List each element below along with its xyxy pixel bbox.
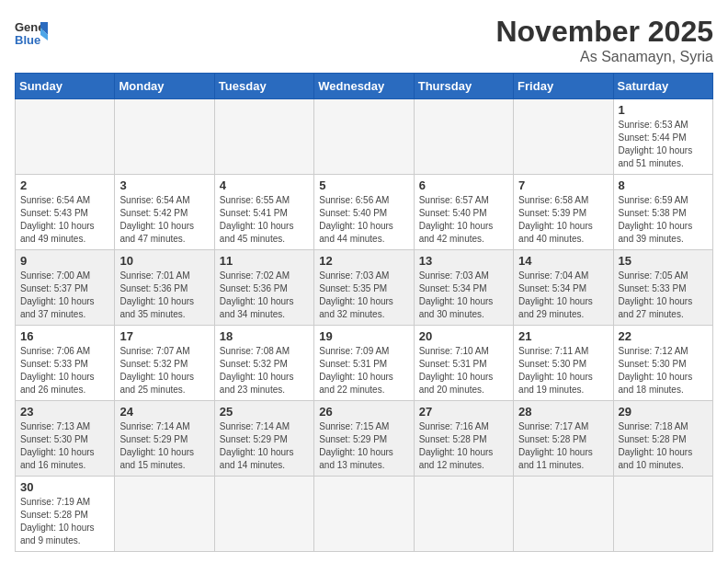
day-info: Sunrise: 7:03 AMSunset: 5:34 PMDaylight:… [419, 270, 508, 321]
table-row: 7Sunrise: 6:58 AMSunset: 5:39 PMDaylight… [514, 175, 613, 250]
table-row: 1Sunrise: 6:53 AMSunset: 5:44 PMDaylight… [613, 99, 712, 175]
day-info: Sunrise: 7:18 AMSunset: 5:28 PMDaylight:… [619, 420, 708, 472]
table-row: 14Sunrise: 7:04 AMSunset: 5:34 PMDayligh… [514, 250, 613, 326]
day-info: Sunrise: 7:11 AMSunset: 5:30 PMDaylight:… [518, 345, 608, 396]
day-info: Sunrise: 7:09 AMSunset: 5:31 PMDaylight:… [319, 345, 408, 396]
day-info: Sunrise: 7:00 AMSunset: 5:37 PMDaylight:… [20, 270, 109, 321]
day-number: 22 [619, 329, 708, 343]
day-info: Sunrise: 7:03 AMSunset: 5:35 PMDaylight:… [319, 270, 408, 321]
day-info: Sunrise: 7:05 AMSunset: 5:33 PMDaylight:… [619, 270, 708, 321]
day-number: 18 [220, 329, 309, 343]
day-number: 20 [419, 329, 508, 343]
day-number: 23 [20, 405, 109, 419]
calendar-row: 9Sunrise: 7:00 AMSunset: 5:37 PMDaylight… [16, 250, 713, 326]
calendar-row: 16Sunrise: 7:06 AMSunset: 5:33 PMDayligh… [16, 326, 713, 401]
table-row: 28Sunrise: 7:17 AMSunset: 5:28 PMDayligh… [514, 401, 613, 477]
day-number: 17 [119, 329, 209, 343]
day-number: 9 [20, 254, 109, 268]
logo-icon: General Blue [15, 15, 48, 48]
empty-cell [414, 477, 513, 552]
day-info: Sunrise: 7:16 AMSunset: 5:28 PMDaylight:… [419, 420, 508, 472]
day-number: 5 [319, 178, 408, 192]
day-number: 15 [619, 254, 708, 268]
day-number: 3 [119, 178, 209, 192]
day-info: Sunrise: 7:19 AMSunset: 5:28 PMDaylight:… [20, 496, 109, 547]
table-row: 13Sunrise: 7:03 AMSunset: 5:34 PMDayligh… [414, 250, 513, 326]
day-number: 27 [419, 405, 508, 419]
day-info: Sunrise: 7:12 AMSunset: 5:30 PMDaylight:… [619, 345, 708, 396]
day-info: Sunrise: 6:55 AMSunset: 5:41 PMDaylight:… [220, 194, 309, 246]
table-row: 19Sunrise: 7:09 AMSunset: 5:31 PMDayligh… [314, 326, 414, 401]
day-number: 7 [518, 178, 608, 192]
day-number: 8 [619, 178, 708, 192]
day-info: Sunrise: 7:01 AMSunset: 5:36 PMDaylight:… [119, 270, 209, 321]
day-info: Sunrise: 6:57 AMSunset: 5:40 PMDaylight:… [419, 194, 508, 246]
calendar-row: 30Sunrise: 7:19 AMSunset: 5:28 PMDayligh… [16, 477, 713, 552]
day-number: 11 [220, 254, 309, 268]
table-row: 25Sunrise: 7:14 AMSunset: 5:29 PMDayligh… [214, 401, 313, 477]
header-friday: Friday [514, 74, 613, 99]
table-row: 22Sunrise: 7:12 AMSunset: 5:30 PMDayligh… [613, 326, 712, 401]
calendar-row: 2Sunrise: 6:54 AMSunset: 5:43 PMDaylight… [16, 175, 713, 250]
header-monday: Monday [115, 74, 214, 99]
empty-cell [115, 477, 214, 552]
table-row: 15Sunrise: 7:05 AMSunset: 5:33 PMDayligh… [613, 250, 712, 326]
table-row: 21Sunrise: 7:11 AMSunset: 5:30 PMDayligh… [514, 326, 613, 401]
table-row: 10Sunrise: 7:01 AMSunset: 5:36 PMDayligh… [115, 250, 214, 326]
day-number: 29 [619, 405, 708, 419]
empty-cell [16, 99, 115, 175]
header-thursday: Thursday [414, 74, 513, 99]
day-number: 14 [518, 254, 608, 268]
day-info: Sunrise: 7:10 AMSunset: 5:31 PMDaylight:… [419, 345, 508, 396]
day-number: 25 [220, 405, 309, 419]
title-block: November 2025 As Sanamayn, Syria [495, 15, 713, 65]
day-number: 28 [518, 405, 608, 419]
day-number: 16 [20, 329, 109, 343]
day-number: 10 [119, 254, 209, 268]
day-number: 6 [419, 178, 508, 192]
empty-cell [115, 99, 214, 175]
table-row: 9Sunrise: 7:00 AMSunset: 5:37 PMDaylight… [16, 250, 115, 326]
day-info: Sunrise: 6:53 AMSunset: 5:44 PMDaylight:… [619, 119, 708, 170]
month-title: November 2025 [495, 15, 713, 49]
table-row: 27Sunrise: 7:16 AMSunset: 5:28 PMDayligh… [414, 401, 513, 477]
table-row: 23Sunrise: 7:13 AMSunset: 5:30 PMDayligh… [16, 401, 115, 477]
day-info: Sunrise: 7:06 AMSunset: 5:33 PMDaylight:… [20, 345, 109, 396]
location-title: As Sanamayn, Syria [495, 49, 713, 65]
day-info: Sunrise: 6:56 AMSunset: 5:40 PMDaylight:… [319, 194, 408, 246]
calendar-row: 1Sunrise: 6:53 AMSunset: 5:44 PMDaylight… [16, 99, 713, 175]
day-number: 26 [319, 405, 408, 419]
weekday-header-row: Sunday Monday Tuesday Wednesday Thursday… [16, 74, 713, 99]
table-row: 8Sunrise: 6:59 AMSunset: 5:38 PMDaylight… [613, 175, 712, 250]
header-wednesday: Wednesday [314, 74, 414, 99]
empty-cell [314, 477, 414, 552]
day-info: Sunrise: 7:04 AMSunset: 5:34 PMDaylight:… [518, 270, 608, 321]
empty-cell [314, 99, 414, 175]
table-row: 2Sunrise: 6:54 AMSunset: 5:43 PMDaylight… [16, 175, 115, 250]
empty-cell [414, 99, 513, 175]
logo: General Blue [15, 15, 48, 48]
day-info: Sunrise: 7:13 AMSunset: 5:30 PMDaylight:… [20, 420, 109, 472]
day-info: Sunrise: 7:02 AMSunset: 5:36 PMDaylight:… [220, 270, 309, 321]
day-info: Sunrise: 6:54 AMSunset: 5:43 PMDaylight:… [20, 194, 109, 246]
day-info: Sunrise: 6:58 AMSunset: 5:39 PMDaylight:… [518, 194, 608, 246]
day-info: Sunrise: 6:54 AMSunset: 5:42 PMDaylight:… [119, 194, 209, 246]
day-info: Sunrise: 7:08 AMSunset: 5:32 PMDaylight:… [220, 345, 309, 396]
day-info: Sunrise: 7:17 AMSunset: 5:28 PMDaylight:… [518, 420, 608, 472]
empty-cell [514, 477, 613, 552]
day-info: Sunrise: 7:07 AMSunset: 5:32 PMDaylight:… [119, 345, 209, 396]
svg-text:Blue: Blue [15, 33, 40, 47]
day-info: Sunrise: 7:14 AMSunset: 5:29 PMDaylight:… [220, 420, 309, 472]
day-number: 4 [220, 178, 309, 192]
day-number: 30 [20, 480, 109, 494]
table-row: 3Sunrise: 6:54 AMSunset: 5:42 PMDaylight… [115, 175, 214, 250]
day-info: Sunrise: 7:15 AMSunset: 5:29 PMDaylight:… [319, 420, 408, 472]
table-row: 20Sunrise: 7:10 AMSunset: 5:31 PMDayligh… [414, 326, 513, 401]
day-number: 13 [419, 254, 508, 268]
table-row: 11Sunrise: 7:02 AMSunset: 5:36 PMDayligh… [214, 250, 313, 326]
page-header: General Blue November 2025 As Sanamayn, … [15, 15, 713, 65]
table-row: 30Sunrise: 7:19 AMSunset: 5:28 PMDayligh… [16, 477, 115, 552]
table-row: 17Sunrise: 7:07 AMSunset: 5:32 PMDayligh… [115, 326, 214, 401]
header-sunday: Sunday [16, 74, 115, 99]
header-tuesday: Tuesday [214, 74, 313, 99]
